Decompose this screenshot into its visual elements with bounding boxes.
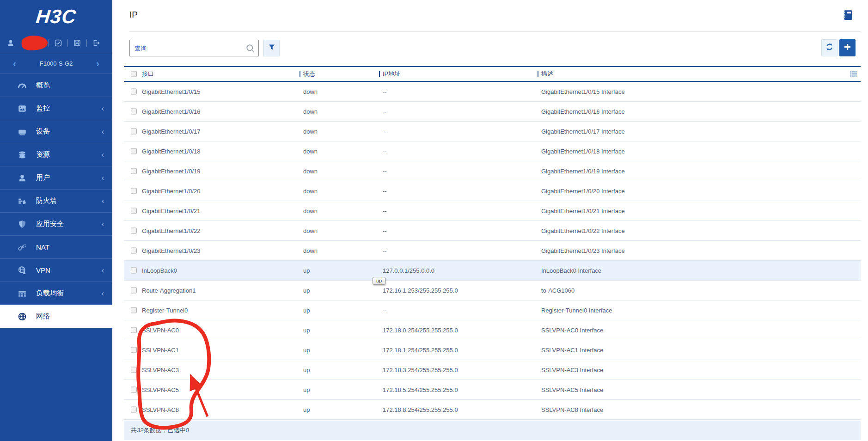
- table-row[interactable]: SSLVPN-AC3 up 172.18.3.254/255.255.255.0…: [124, 360, 861, 380]
- prev-device-arrow[interactable]: ‹: [13, 59, 16, 68]
- cell-description: SSLVPN-AC0 Interface: [541, 327, 603, 334]
- network-globe-icon: [18, 312, 27, 321]
- logo-area: H3C: [0, 0, 112, 33]
- table-row[interactable]: SSLVPN-AC8 up 172.18.8.254/255.255.255.0…: [124, 400, 861, 420]
- cell-interface: Register-Tunnel0: [142, 307, 188, 314]
- next-device-arrow[interactable]: ›: [96, 59, 99, 68]
- cell-status: up: [303, 367, 310, 374]
- cell-status: up: [303, 287, 310, 294]
- table-row[interactable]: GigabitEthernet1/0/22 down -- GigabitEth…: [124, 221, 861, 241]
- row-checkbox[interactable]: [131, 148, 137, 154]
- cell-status: down: [303, 88, 318, 95]
- cell-description: GigabitEthernet1/0/20 Interface: [541, 188, 625, 195]
- row-checkbox[interactable]: [131, 268, 137, 274]
- table-row[interactable]: SSLVPN-AC5 up 172.18.5.254/255.255.255.0…: [124, 380, 861, 400]
- sidebar-item-device[interactable]: 设备‹: [0, 120, 112, 143]
- row-checkbox[interactable]: [131, 208, 137, 214]
- table-row[interactable]: GigabitEthernet1/0/18 down -- GigabitEth…: [124, 141, 861, 161]
- table-row[interactable]: InLoopBack0 up 127.0.0.1/255.0.0.0 InLoo…: [124, 261, 861, 281]
- row-checkbox[interactable]: [131, 347, 137, 353]
- sidebar-item-nat[interactable]: NAT: [0, 235, 112, 258]
- row-checkbox[interactable]: [131, 109, 137, 115]
- cell-interface: GigabitEthernet1/0/15: [142, 88, 200, 95]
- chevron-left-icon: ‹: [102, 128, 104, 135]
- row-checkbox[interactable]: [131, 228, 137, 234]
- sidebar-item-firewall[interactable]: 防火墙‹: [0, 189, 112, 212]
- cell-description: SSLVPN-AC1 Interface: [541, 347, 603, 354]
- cell-status: down: [303, 208, 318, 214]
- cell-ip: --: [383, 208, 387, 214]
- row-checkbox[interactable]: [131, 129, 137, 135]
- save-icon[interactable]: [73, 38, 82, 48]
- select-all-checkbox[interactable]: [131, 71, 137, 77]
- table-row[interactable]: GigabitEthernet1/0/15 down -- GigabitEth…: [124, 82, 861, 102]
- table-row[interactable]: GigabitEthernet1/0/17 down -- GigabitEth…: [124, 122, 861, 141]
- cell-description: SSLVPN-AC5 Interface: [541, 386, 603, 393]
- row-checkbox[interactable]: [131, 327, 137, 333]
- column-settings-icon[interactable]: [850, 70, 858, 78]
- logout-icon[interactable]: [92, 38, 101, 48]
- table-row[interactable]: GigabitEthernet1/0/23 down -- GigabitEth…: [124, 241, 861, 261]
- table-row[interactable]: GigabitEthernet1/0/19 down -- GigabitEth…: [124, 161, 861, 181]
- table-row[interactable]: GigabitEthernet1/0/20 down -- GigabitEth…: [124, 181, 861, 201]
- sidebar-item-label: 防火墙: [36, 196, 57, 205]
- search-icon[interactable]: [245, 43, 256, 54]
- h3c-logo: H3C: [35, 6, 77, 28]
- sidebar-item-label: 监控: [36, 104, 50, 113]
- cell-ip: --: [383, 168, 387, 175]
- cell-interface: SSLVPN-AC3: [142, 367, 179, 374]
- device-icon: [18, 127, 27, 136]
- monitor-icon: [18, 104, 27, 113]
- cell-description: GigabitEthernet1/0/22 Interface: [541, 227, 625, 234]
- table-row[interactable]: Register-Tunnel0 up -- Register-Tunnel0 …: [124, 300, 861, 320]
- sidebar-item-network[interactable]: 网络: [0, 305, 112, 328]
- refresh-button[interactable]: [821, 39, 837, 56]
- row-checkbox[interactable]: [131, 288, 137, 294]
- cell-description: GigabitEthernet1/0/23 Interface: [541, 247, 625, 254]
- sidebar-item-user[interactable]: 用户‹: [0, 166, 112, 189]
- table-row[interactable]: SSLVPN-AC0 up 172.18.0.254/255.255.255.0…: [124, 320, 861, 340]
- separator: [67, 39, 68, 47]
- sidebar-item-monitor[interactable]: 监控‹: [0, 97, 112, 120]
- table-body: GigabitEthernet1/0/15 down -- GigabitEth…: [124, 82, 861, 420]
- sidebar-item-overview[interactable]: 概览: [0, 74, 112, 97]
- row-checkbox[interactable]: [131, 387, 137, 393]
- notebook-icon[interactable]: [842, 9, 853, 20]
- add-button[interactable]: [839, 39, 856, 56]
- sidebar-menu: 概览监控‹设备‹资源‹用户‹防火墙‹应用安全‹NATVPN‹负载均衡‹网络: [0, 74, 112, 328]
- column-header-status: 状态: [303, 70, 315, 78]
- table-row[interactable]: GigabitEthernet1/0/16 down -- GigabitEth…: [124, 102, 861, 122]
- row-checkbox[interactable]: [131, 367, 137, 373]
- sidebar-item-label: 资源: [36, 150, 50, 159]
- filter-button[interactable]: [263, 40, 280, 56]
- cell-ip: 172.16.1.253/255.255.255.0: [383, 287, 458, 294]
- table-row[interactable]: SSLVPN-AC1 up 172.18.1.254/255.255.255.0…: [124, 340, 861, 360]
- row-checkbox[interactable]: [131, 307, 137, 313]
- cell-description: GigabitEthernet1/0/19 Interface: [541, 168, 625, 175]
- sidebar-item-vpn[interactable]: VPN‹: [0, 258, 112, 282]
- table-row[interactable]: GigabitEthernet1/0/21 down -- GigabitEth…: [124, 201, 861, 221]
- database-icon: [18, 150, 27, 159]
- cell-status: up: [303, 386, 310, 393]
- table-row[interactable]: Route-Aggregation1 up 172.16.1.253/255.2…: [124, 281, 861, 300]
- refresh-icon: [825, 43, 834, 53]
- user-icon[interactable]: [6, 38, 15, 48]
- row-checkbox[interactable]: [131, 188, 137, 194]
- row-checkbox[interactable]: [131, 89, 137, 95]
- footer-text: 共32条数据，已选中0: [131, 426, 189, 435]
- separator: [86, 39, 87, 47]
- check-square-icon[interactable]: [54, 38, 63, 48]
- row-checkbox[interactable]: [131, 407, 137, 413]
- topbar: [0, 33, 112, 53]
- search-input[interactable]: [130, 40, 258, 56]
- sidebar-item-load-balance[interactable]: 负载均衡‹: [0, 282, 112, 305]
- sidebar-item-resource[interactable]: 资源‹: [0, 143, 112, 166]
- column-header-ip: IP地址: [383, 70, 400, 78]
- row-checkbox[interactable]: [131, 248, 137, 254]
- sidebar-item-app-security[interactable]: 应用安全‹: [0, 212, 112, 235]
- sidebar-item-label: 网络: [36, 312, 50, 321]
- device-nav: ‹ F1000-S-G2 ›: [0, 53, 112, 74]
- username-redacted: [15, 38, 44, 48]
- row-checkbox[interactable]: [131, 168, 137, 174]
- cell-interface: GigabitEthernet1/0/18: [142, 148, 200, 155]
